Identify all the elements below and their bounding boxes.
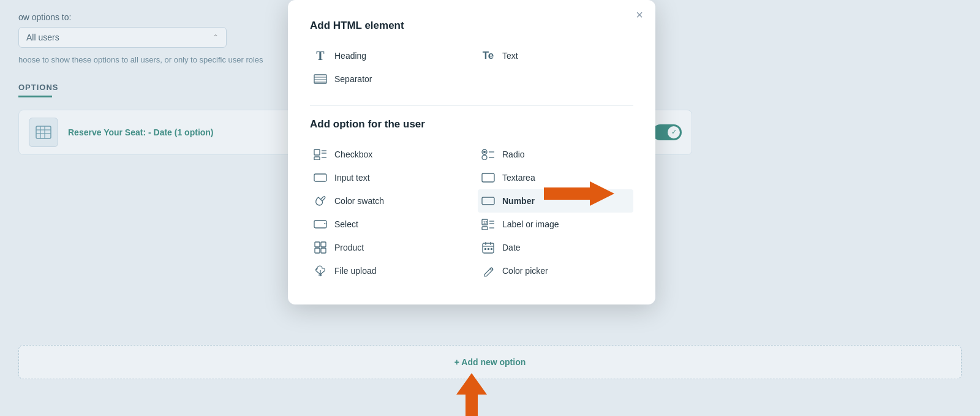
user-section-title: Add option for the user (310, 118, 633, 130)
input-text-label: Input text (334, 173, 370, 183)
modal-overlay: × Add HTML element T Heading (0, 0, 980, 416)
text-label: Text (502, 51, 518, 61)
svg-rect-9 (314, 149, 320, 155)
svg-rect-41 (491, 248, 492, 250)
radio-label: Radio (502, 149, 525, 159)
svg-point-23 (483, 151, 486, 153)
svg-rect-39 (484, 248, 486, 250)
number-icon (480, 193, 496, 209)
heading-icon: T (312, 48, 328, 64)
file-upload-icon (312, 263, 328, 279)
select-item[interactable]: Select (310, 213, 466, 236)
add-html-element-modal: × Add HTML element T Heading (288, 0, 655, 304)
color-picker-icon (480, 263, 496, 279)
color-swatch-label: Color swatch (334, 196, 384, 206)
file-upload-item[interactable]: File upload (310, 259, 466, 282)
left-options-column: Checkbox Input text (310, 143, 466, 282)
svg-marker-43 (544, 181, 614, 206)
date-item[interactable]: Date (478, 236, 633, 259)
heading-item[interactable]: T Heading (310, 44, 466, 67)
svg-rect-16 (315, 242, 320, 247)
svg-text:12: 12 (483, 221, 488, 224)
html-section-title: Add HTML element (310, 20, 633, 32)
add-option-up-arrow (456, 373, 487, 416)
svg-rect-27 (482, 173, 494, 182)
heading-label: Heading (334, 51, 366, 61)
product-item[interactable]: Product (310, 236, 466, 259)
input-text-icon (312, 170, 328, 186)
svg-point-25 (482, 155, 487, 160)
product-icon (312, 240, 328, 255)
number-arrow (544, 181, 614, 206)
checkbox-label: Checkbox (334, 149, 372, 159)
date-icon (480, 240, 496, 255)
svg-rect-14 (314, 174, 326, 181)
separator-label: Separator (334, 74, 372, 84)
checkbox-icon (312, 146, 328, 162)
svg-rect-17 (321, 242, 326, 247)
radio-item[interactable]: Radio (478, 143, 633, 166)
textarea-label: Textarea (502, 173, 535, 183)
separator-item[interactable]: Separator (310, 67, 466, 91)
svg-rect-15 (314, 221, 326, 228)
svg-rect-33 (482, 227, 488, 230)
text-item[interactable]: Te Text (478, 44, 633, 67)
color-swatch-icon (312, 193, 328, 209)
color-swatch-item[interactable]: Color swatch (310, 189, 466, 213)
svg-marker-44 (456, 373, 487, 416)
svg-rect-40 (488, 248, 489, 250)
svg-rect-19 (321, 248, 326, 253)
svg-rect-18 (315, 248, 320, 253)
product-label: Product (334, 243, 364, 252)
text-icon: Te (480, 48, 496, 64)
file-upload-label: File upload (334, 266, 377, 276)
section-divider (310, 105, 633, 106)
label-image-item[interactable]: 12 Label or image (478, 213, 633, 236)
label-image-icon: 12 (480, 216, 496, 232)
input-text-item[interactable]: Input text (310, 166, 466, 189)
label-image-label: Label or image (502, 219, 559, 229)
date-label: Date (502, 243, 521, 252)
right-options-column: Radio Textarea N (478, 143, 633, 282)
number-label: Number (502, 196, 535, 206)
textarea-icon (480, 170, 496, 186)
radio-icon (480, 146, 496, 162)
modal-close-button[interactable]: × (636, 9, 643, 21)
checkbox-item[interactable]: Checkbox (310, 143, 466, 166)
svg-rect-12 (314, 157, 320, 160)
color-picker-label: Color picker (502, 266, 548, 276)
select-label: Select (334, 219, 358, 229)
select-icon (312, 216, 328, 232)
svg-rect-28 (482, 197, 494, 205)
separator-icon (312, 71, 328, 87)
color-picker-item[interactable]: Color picker (478, 259, 633, 282)
